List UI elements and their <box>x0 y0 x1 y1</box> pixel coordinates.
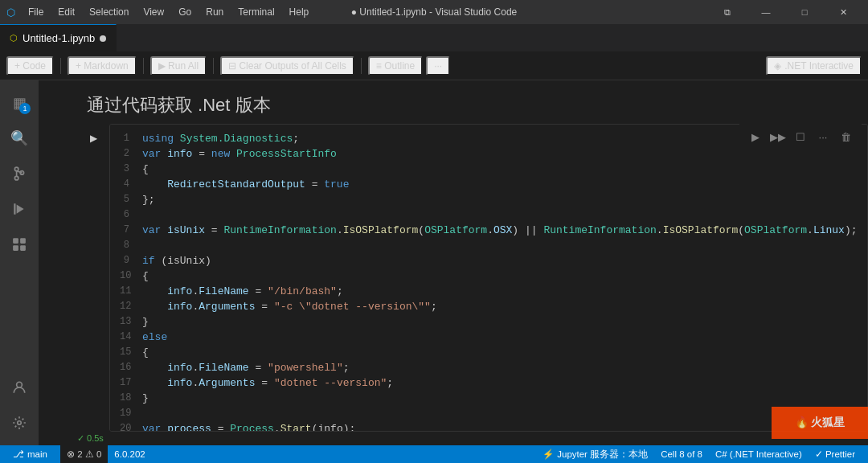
code-token: = <box>249 362 268 374</box>
source-control-icon[interactable] <box>3 158 35 190</box>
settings-icon[interactable] <box>3 407 35 439</box>
clear-cell-button[interactable]: ☐ <box>791 127 810 146</box>
code-content: { <box>142 268 858 284</box>
code-content: { <box>142 162 858 177</box>
line-number: 8 <box>120 238 142 253</box>
clear-outputs-button[interactable]: ⊟ Clear Outputs of All Cells <box>220 56 354 76</box>
code-line: 20var process = Process.Start(info); <box>110 421 867 432</box>
code-token: var <box>142 224 161 236</box>
code-token: OSPlatform <box>744 224 807 236</box>
code-token: }; <box>142 194 155 206</box>
prettier-item[interactable]: ✓ Prettier <box>809 445 862 463</box>
code-token: . <box>657 224 663 236</box>
code-token: ProcessStartInfo <box>236 148 337 160</box>
code-line: 13} <box>110 314 867 330</box>
code-token: . <box>274 423 280 432</box>
svg-rect-6 <box>14 203 15 215</box>
account-icon[interactable] <box>3 371 35 404</box>
code-token: ) || <box>512 224 543 236</box>
code-token <box>142 285 167 297</box>
svg-rect-8 <box>20 238 26 244</box>
search-icon[interactable]: 🔍 <box>3 122 35 154</box>
code-token: IsOSPlatform <box>663 224 739 236</box>
code-content: else <box>142 330 858 345</box>
language-item[interactable]: C# (.NET Interactive) <box>709 445 809 463</box>
maximize-button[interactable]: □ <box>786 0 823 24</box>
more-cell-options-button[interactable]: ··· <box>813 127 833 146</box>
code-token: ; <box>337 285 343 297</box>
line-number: 12 <box>120 299 142 314</box>
menu-help[interactable]: Help <box>283 5 316 19</box>
outline-button[interactable]: ≡ Outline <box>368 56 423 76</box>
cell-info-item[interactable]: Cell 8 of 8 <box>654 445 709 463</box>
code-token: = <box>305 178 324 191</box>
tab-notebook[interactable]: ⬡ Untitled-1.ipynb <box>0 24 117 52</box>
delete-cell-button[interactable]: 🗑 <box>836 127 855 146</box>
menu-terminal[interactable]: Terminal <box>231 5 280 19</box>
toolbar-separator-3 <box>213 58 214 74</box>
code-token: RedirectStandardOutput <box>167 178 305 191</box>
debug-icon[interactable] <box>3 193 35 225</box>
line-number: 18 <box>120 391 142 406</box>
cell-run-button[interactable]: ▶ <box>84 129 103 148</box>
cell-toolbar: ▶ ▶▶ ☐ ··· 🗑 <box>739 124 862 150</box>
add-markdown-button[interactable]: + Markdown <box>68 56 137 76</box>
menu-file[interactable]: File <box>22 5 50 19</box>
more-options-button[interactable]: ··· <box>426 56 450 76</box>
code-token: "/bin/bash" <box>268 285 337 297</box>
menu-run[interactable]: Run <box>199 5 230 19</box>
errors-warnings[interactable]: ⊗ 2 ⚠ 0 <box>60 445 108 463</box>
line-number: 11 <box>120 284 142 299</box>
code-token: "-c \"dotnet --version\"" <box>274 301 431 313</box>
menu-go[interactable]: Go <box>172 5 198 19</box>
code-token: info <box>167 301 192 313</box>
code-token: { <box>142 163 149 175</box>
jupyter-server-item[interactable]: ⚡ Jupyter 服务器：本地 <box>536 445 654 463</box>
status-left: ⎇ main ⊗ 2 ⚠ 0 <box>6 445 108 463</box>
run-cell-button[interactable]: ▶ <box>746 127 765 146</box>
tab-icon: ⬡ <box>10 33 18 43</box>
toolbar-separator-2 <box>143 58 144 74</box>
svg-point-0 <box>14 167 18 171</box>
minimize-button[interactable]: — <box>747 0 784 24</box>
run-below-button[interactable]: ▶▶ <box>768 127 788 146</box>
code-content: info.FileName = "/bin/bash"; <box>142 284 858 299</box>
code-content: RedirectStandardOutput = true <box>142 177 858 192</box>
code-token: Start <box>280 423 312 432</box>
title-bar-left: ⬡ File Edit Selection View Go Run Termin… <box>6 5 315 19</box>
code-token: = <box>211 423 230 432</box>
version-item[interactable]: 6.0.202 <box>108 445 151 463</box>
explorer-icon[interactable]: ▦ 1 <box>3 87 35 119</box>
code-token: info <box>167 285 192 297</box>
code-line: 14else <box>110 330 867 345</box>
code-content: info.Arguments = "dotnet --version"; <box>142 375 858 391</box>
code-line: 12 info.Arguments = "-c \"dotnet --versi… <box>110 299 867 314</box>
jupyter-label: Jupyter 服务器：本地 <box>557 449 648 461</box>
line-number: 2 <box>120 146 142 162</box>
code-line: 3{ <box>110 162 867 177</box>
toolbar-separator <box>60 58 61 74</box>
run-all-button[interactable]: ▶ Run All <box>150 56 207 76</box>
net-interactive-button[interactable]: ◈ .NET Interactive <box>766 56 862 76</box>
code-content <box>142 406 858 421</box>
line-number: 14 <box>120 330 142 345</box>
menu-selection[interactable]: Selection <box>83 5 135 19</box>
window-controls: ⧉ — □ ✕ <box>709 0 862 24</box>
svg-marker-5 <box>17 204 24 213</box>
code-token: RuntimeInformation <box>223 224 336 236</box>
code-token: . <box>337 224 343 236</box>
add-code-button[interactable]: + Code <box>6 56 54 76</box>
code-token: IsOSPlatform <box>343 224 419 236</box>
menu-edit[interactable]: Edit <box>51 5 81 19</box>
tile-windows-button[interactable]: ⧉ <box>709 0 746 24</box>
extensions-icon[interactable] <box>3 228 35 260</box>
code-editor[interactable]: 1using System.Diagnostics;2var info = ne… <box>109 124 868 432</box>
menu-view[interactable]: View <box>137 5 170 19</box>
code-token: } <box>142 316 149 328</box>
dotnet-icon: ◈ <box>774 60 781 72</box>
language-label: C# (.NET Interactive) <box>715 449 802 459</box>
code-token: Process <box>230 423 274 432</box>
git-branch-item[interactable]: ⎇ main <box>6 445 54 463</box>
close-button[interactable]: ✕ <box>825 0 862 24</box>
code-line: 7var isUnix = RuntimeInformation.IsOSPla… <box>110 223 867 238</box>
